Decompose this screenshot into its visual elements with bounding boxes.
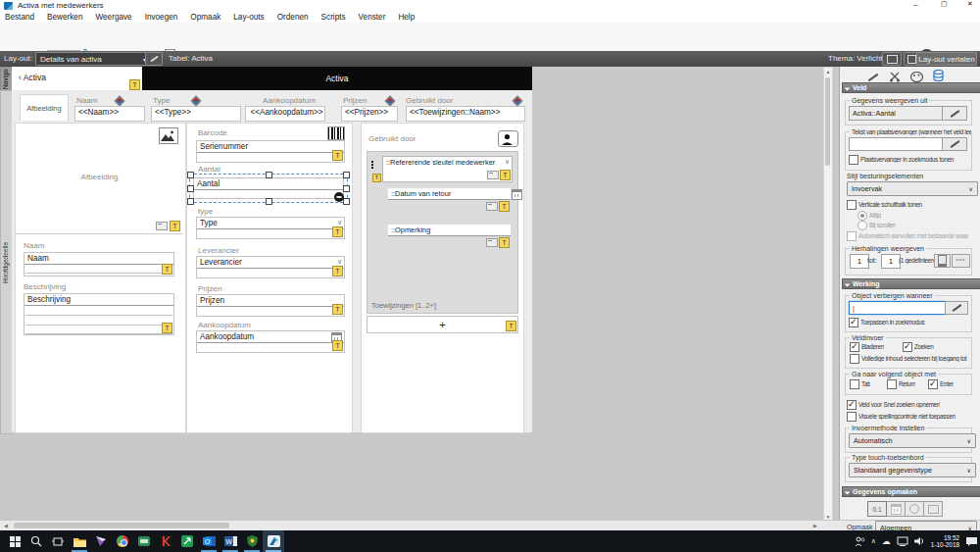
field-label-type-top[interactable]: Type <box>153 96 170 105</box>
image-container-field[interactable]: Afbeelding T <box>16 124 183 234</box>
field-label-prijzen-top[interactable]: Prijzen <box>343 96 367 105</box>
merge-field-aankoopdatum[interactable]: <<Aankoopdatum>> <box>245 106 325 122</box>
field-aankoopdatum[interactable]: Aankoopdatum T <box>196 330 345 353</box>
section-header-werking[interactable]: Werking <box>842 278 980 289</box>
exit-layout-button[interactable]: Lay-out verlaten <box>916 52 977 66</box>
selection-handle[interactable] <box>266 198 272 205</box>
portal-title-label[interactable]: Gebruikt door <box>368 134 416 143</box>
barcode-icon[interactable] <box>327 126 345 140</box>
menu-weergave[interactable]: Weergave <box>95 13 131 22</box>
hide-object-edit-button[interactable] <box>945 301 968 315</box>
hide-object-input[interactable]: | <box>849 301 947 315</box>
repetition-to-input[interactable] <box>881 254 901 269</box>
selection-handle[interactable] <box>187 185 194 192</box>
portal-gebruikt-door[interactable]: T ::Refererende sleutel medewerker ∨ T :… <box>367 151 518 314</box>
date-format-button[interactable] <box>887 501 906 517</box>
checkbox-vertical-scrollbar[interactable] <box>847 200 857 210</box>
checkbox-placeholder-find[interactable] <box>849 155 858 165</box>
maximize-button[interactable]: ▢ <box>941 0 948 8</box>
portal-sort-dots-icon[interactable]: T <box>370 160 376 174</box>
tray-expand-chevron[interactable]: ∧ <box>871 537 876 545</box>
green-card-app-icon[interactable] <box>133 530 155 552</box>
field-serienummer[interactable]: Serienummer T <box>196 140 345 163</box>
taskbar-clock[interactable]: 19:52 1-10-2018 <box>931 534 959 548</box>
selection-handle[interactable] <box>343 185 350 192</box>
checkbox-bladeren[interactable] <box>850 342 859 352</box>
onedrive-cloud-icon[interactable]: ☁ <box>882 537 891 546</box>
menu-opmaak[interactable]: Opmaak <box>190 13 220 22</box>
portal-field-medewerker[interactable]: ::Refererende sleutel medewerker ∨ T <box>382 156 513 182</box>
image-format-button[interactable] <box>924 501 943 517</box>
checkbox-apply-find[interactable] <box>849 318 858 327</box>
field-label-aankoopdatum-top[interactable]: Aankoopdatum <box>263 96 316 105</box>
menu-ordenen[interactable]: Ordenen <box>277 13 309 22</box>
selection-handle[interactable] <box>343 172 350 178</box>
layout-header-bar[interactable]: Activa <box>142 67 532 90</box>
display-from-edit-button[interactable] <box>942 106 967 121</box>
field-label-naam[interactable]: Naam <box>24 241 44 250</box>
checkbox-return[interactable] <box>887 379 897 389</box>
section-header-gegevens-opmaken[interactable]: Gegevens opmaken <box>842 486 980 497</box>
scrollbar-thumb[interactable] <box>825 77 830 166</box>
filemaker-taskbar-icon[interactable] <box>263 530 284 552</box>
merge-field-type[interactable]: <<Type>> <box>151 106 241 122</box>
mail-app-icon[interactable] <box>90 530 112 552</box>
checkbox-tab[interactable] <box>850 379 859 389</box>
field-label-type[interactable]: type <box>198 207 213 216</box>
display-from-field[interactable]: Activa::Aantal <box>849 106 945 121</box>
merge-field-naam[interactable]: <<Naam>> <box>74 106 145 122</box>
field-naam[interactable]: Naam T <box>24 252 174 276</box>
touch-keyboard-dropdown[interactable]: Standaard gegevenstype ∨ <box>849 463 976 477</box>
scrollbar-thumb[interactable] <box>14 523 229 528</box>
tab-afbeelding[interactable]: Afbeelding <box>20 94 69 121</box>
field-label-naam-top[interactable]: Naam <box>76 96 97 105</box>
volume-icon[interactable] <box>914 536 925 546</box>
merge-field-prijzen[interactable]: <<Prijzen>> <box>341 106 398 122</box>
kaspersky-icon[interactable] <box>155 530 176 552</box>
radio-bij-scrollen[interactable] <box>858 221 867 230</box>
field-label-gebruikt-door-top[interactable]: Gebruikt door <box>406 96 453 105</box>
field-label-aantal[interactable]: Aantal <box>198 165 220 174</box>
scroll-right-arrow[interactable]: ▶ <box>811 523 819 528</box>
placeholder-input[interactable] <box>849 137 945 151</box>
checkbox-quick-find[interactable] <box>847 400 857 410</box>
action-center-icon[interactable] <box>965 536 978 547</box>
section-header-veld[interactable]: Veld <box>842 82 980 93</box>
field-label-beschrijving[interactable]: Beschrijving <box>24 282 66 291</box>
word-icon[interactable]: W <box>220 530 241 552</box>
checkbox-select-all[interactable] <box>850 354 859 364</box>
network-icon[interactable] <box>897 536 908 546</box>
selected-field-aantal[interactable]: Aantal <box>189 174 348 203</box>
menu-scripts[interactable]: Scripts <box>321 13 346 22</box>
input-method-dropdown[interactable]: Automatisch ∨ <box>849 433 976 448</box>
start-button[interactable] <box>4 530 25 552</box>
checkbox-spelling[interactable] <box>847 412 857 422</box>
portal-add-button[interactable]: + T <box>367 316 518 333</box>
minimize-button[interactable]: – <box>913 0 917 9</box>
checkbox-zoeken[interactable] <box>903 342 912 352</box>
green-square-arrow-icon[interactable] <box>176 530 198 552</box>
layout-select-dropdown[interactable]: Details van activa ▾ <box>35 52 151 66</box>
field-label-barcode[interactable]: Barcode <box>198 128 227 137</box>
menu-venster[interactable]: Venster <box>359 13 386 22</box>
menu-help[interactable]: Help <box>398 13 415 22</box>
back-button[interactable]: ‹ Activa <box>19 73 46 82</box>
placeholder-edit-button[interactable] <box>942 137 967 151</box>
menu-bestand[interactable]: Bestand <box>5 13 34 22</box>
people-icon[interactable] <box>855 536 865 546</box>
menu-bewerken[interactable]: Bewerken <box>47 13 82 22</box>
checkbox-enter[interactable] <box>928 379 938 389</box>
file-explorer-icon[interactable] <box>69 530 90 552</box>
field-label-leverancier[interactable]: Leverancier <box>198 246 239 255</box>
portal-field-datum-retour[interactable]: ::Datum van retour T <box>388 188 511 212</box>
selection-handle[interactable] <box>343 198 350 205</box>
repeat-horizontal-button[interactable]: ᵒᵒᵒ <box>952 254 970 268</box>
task-view-icon[interactable] <box>47 530 69 552</box>
canvas-vertical-scrollbar[interactable]: ▲ ▼ <box>823 67 833 522</box>
checkbox-autocomplete[interactable] <box>847 231 857 241</box>
selection-handle[interactable] <box>266 172 272 178</box>
field-beschrijving[interactable]: Beschrijving T <box>24 293 174 335</box>
search-icon[interactable] <box>25 530 47 552</box>
merge-field-gebruikt-door[interactable]: <<Toewijzingen::Naam>> <box>406 106 525 122</box>
field-label-prijzen[interactable]: Prijzen <box>198 284 221 293</box>
